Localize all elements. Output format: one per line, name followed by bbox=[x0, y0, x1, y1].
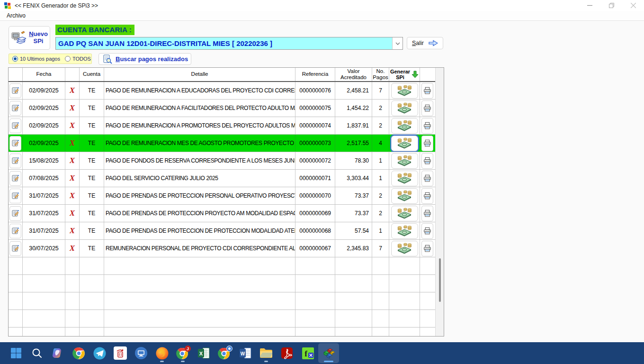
delete-payment-icon[interactable]: X bbox=[70, 191, 75, 200]
edit-payment-button[interactable] bbox=[9, 136, 21, 151]
table-row[interactable]: 31/07/2025 X TE PAGO DE PRENDAS DE PROTE… bbox=[9, 222, 435, 240]
delete-payment-icon[interactable]: X bbox=[70, 103, 75, 113]
salir-button[interactable]: Salir bbox=[407, 37, 443, 49]
generar-spi-button[interactable] bbox=[391, 223, 418, 239]
taskbar-telegram[interactable] bbox=[89, 343, 110, 363]
generar-spi-button[interactable] bbox=[391, 188, 418, 204]
print-payment-button[interactable] bbox=[421, 118, 433, 134]
edit-payment-button[interactable] bbox=[9, 224, 21, 238]
print-payment-button[interactable] bbox=[421, 153, 433, 169]
table-row[interactable]: 02/09/2025 X TE PAGO DE REMUNERACION MES… bbox=[9, 135, 435, 152]
chevron-down-icon[interactable] bbox=[392, 37, 402, 49]
close-button[interactable] bbox=[622, 0, 644, 11]
payment-amount: 73.37 bbox=[335, 205, 372, 222]
taskbar-firefox[interactable] bbox=[152, 343, 172, 363]
windows-taskbar: J X bbox=[0, 342, 644, 364]
nuevo-spi-button[interactable]: Nuevo SPi bbox=[9, 26, 50, 50]
edit-payment-button[interactable] bbox=[9, 154, 21, 168]
delete-payment-icon[interactable]: X bbox=[70, 121, 75, 130]
taskbar-fenix[interactable]: f bbox=[297, 343, 318, 363]
generar-spi-button[interactable] bbox=[391, 118, 418, 134]
print-payment-button[interactable] bbox=[421, 188, 433, 204]
generar-spi-button[interactable] bbox=[391, 83, 418, 99]
taskbar-chrome-profile-2[interactable] bbox=[214, 343, 235, 363]
taskbar-chrome-profile-j[interactable]: J bbox=[172, 343, 193, 363]
edit-form-icon bbox=[12, 227, 19, 235]
svg-text:f: f bbox=[304, 349, 307, 358]
print-payment-button[interactable] bbox=[421, 223, 433, 239]
buscar-pagos-button[interactable]: Buscar pagos realizados bbox=[98, 53, 191, 65]
payment-amount: 57.54 bbox=[335, 222, 372, 239]
taskbar-chrome[interactable] bbox=[68, 343, 89, 363]
header-no-pagos: No.Pagos bbox=[372, 68, 389, 81]
radio-todos[interactable] bbox=[65, 56, 71, 62]
taskbar-recycle-bin[interactable] bbox=[110, 343, 131, 363]
table-scrollbar[interactable] bbox=[435, 68, 444, 336]
generar-spi-button[interactable] bbox=[391, 100, 418, 116]
payment-amount: 3,303.44 bbox=[335, 170, 372, 187]
edit-form-icon bbox=[12, 87, 19, 94]
money-icon bbox=[396, 172, 413, 185]
delete-payment-icon[interactable]: X bbox=[70, 173, 75, 183]
generar-spi-button[interactable] bbox=[391, 206, 418, 221]
radio-10-ultimos-label: 10 Ultimos pagos bbox=[20, 56, 60, 62]
edit-payment-button[interactable] bbox=[9, 118, 21, 133]
taskbar-acrobat[interactable] bbox=[277, 343, 297, 363]
edit-payment-button[interactable] bbox=[9, 171, 21, 186]
edit-payment-button[interactable] bbox=[9, 83, 21, 98]
taskbar-search[interactable] bbox=[27, 343, 47, 363]
print-payment-button[interactable] bbox=[421, 206, 433, 221]
generar-spi-button[interactable] bbox=[391, 171, 418, 186]
payment-reference: 0000000068 bbox=[295, 222, 335, 239]
delete-payment-icon[interactable]: X bbox=[70, 156, 75, 165]
print-payment-button[interactable] bbox=[421, 171, 433, 186]
edit-payment-button[interactable] bbox=[9, 101, 21, 116]
printer-icon bbox=[423, 245, 431, 253]
table-row[interactable]: 31/07/2025 X TE PAGO DE PRENDAS DE PROTE… bbox=[9, 187, 435, 205]
print-payment-button[interactable] bbox=[421, 83, 433, 99]
generar-spi-button[interactable] bbox=[391, 153, 418, 169]
bank-account-dropdown[interactable]: GAD PQ SAN JUAN 12D01-DIREC-DISTRITAL MI… bbox=[55, 37, 403, 50]
delete-payment-icon[interactable]: X bbox=[70, 86, 75, 95]
delete-payment-icon[interactable]: X bbox=[70, 244, 75, 253]
edit-form-icon bbox=[12, 245, 19, 252]
table-row[interactable]: 02/09/2025 X TE PAGO DE REMUNERACION A P… bbox=[9, 117, 435, 135]
edit-payment-button[interactable] bbox=[9, 206, 21, 221]
generar-spi-button[interactable] bbox=[391, 241, 418, 256]
print-payment-button[interactable] bbox=[421, 100, 433, 116]
menubar: Archivo bbox=[0, 11, 644, 21]
table-row[interactable]: 07/08/2025 X TE PAGO DEL SERVICIO CATERI… bbox=[9, 170, 435, 187]
print-payment-button[interactable] bbox=[421, 241, 433, 256]
delete-payment-icon[interactable]: X bbox=[70, 226, 75, 236]
delete-payment-icon[interactable]: X bbox=[70, 138, 75, 148]
print-payment-button[interactable] bbox=[421, 136, 433, 151]
menu-archivo[interactable]: Archivo bbox=[5, 11, 27, 20]
radio-10-ultimos[interactable] bbox=[12, 56, 18, 62]
table-row[interactable]: 30/07/2025 X TE REMUNERACION PERSONAL DE… bbox=[9, 240, 435, 257]
taskbar-excel[interactable]: X bbox=[193, 343, 214, 363]
money-icon bbox=[396, 225, 413, 237]
minimize-button[interactable] bbox=[579, 0, 600, 11]
table-row[interactable]: 31/07/2025 X TE PAGO DE PRENDAS DE PROTE… bbox=[9, 205, 435, 222]
maximize-button[interactable] bbox=[600, 0, 622, 11]
delete-payment-icon[interactable]: X bbox=[70, 209, 75, 218]
taskbar-file-explorer[interactable] bbox=[256, 343, 277, 363]
taskbar-copilot[interactable] bbox=[47, 343, 68, 363]
taskbar-word[interactable]: W bbox=[235, 343, 256, 363]
table-row[interactable]: 15/08/2025 X TE PAGO DE FONDOS DE RESERV… bbox=[9, 152, 435, 170]
generar-spi-button[interactable] bbox=[391, 136, 418, 151]
payment-detail: PAGO DE PRENDAS DE PROTECCION PROYECTO A… bbox=[106, 210, 295, 217]
edit-payment-button[interactable] bbox=[9, 241, 21, 256]
taskbar-fenix-spi3-active[interactable] bbox=[318, 343, 339, 363]
scrollbar-thumb[interactable] bbox=[439, 258, 441, 302]
start-button[interactable] bbox=[6, 343, 27, 363]
edit-payment-button[interactable] bbox=[9, 189, 21, 203]
payment-count: 2 bbox=[372, 100, 389, 117]
printer-icon bbox=[423, 122, 431, 130]
payment-date: 31/07/2025 bbox=[23, 187, 65, 204]
table-row[interactable]: 02/09/2025 X TE PAGO DE REMUNERACION A E… bbox=[9, 82, 435, 100]
money-icon bbox=[396, 119, 413, 132]
account-type: TE bbox=[80, 187, 104, 204]
table-row[interactable]: 02/09/2025 X TE PAGO DE REMUNERACION A F… bbox=[9, 100, 435, 117]
taskbar-remote-desktop[interactable] bbox=[131, 343, 152, 363]
